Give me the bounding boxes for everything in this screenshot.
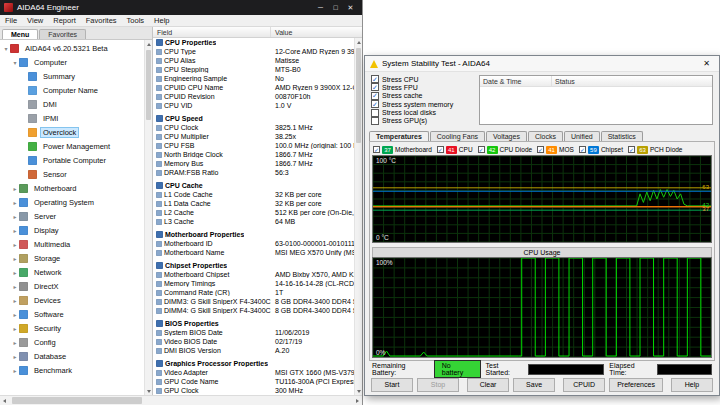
list-row-command-rate-cr[interactable]: Command Rate (CR)1T bbox=[153, 288, 354, 297]
list-row-l1-code-cache[interactable]: L1 Code Cache32 KB per core bbox=[153, 190, 354, 199]
maximize-button[interactable]: □ bbox=[328, 2, 343, 14]
list-row-motherboard-chipset[interactable]: Motherboard ChipsetAMD Bixby X570, AMD K… bbox=[153, 270, 354, 279]
tree-item-directx[interactable]: ▸DirectX bbox=[0, 279, 144, 293]
tree-scrollbar-thumb[interactable] bbox=[146, 50, 151, 120]
list-row-system-bios-date[interactable]: System BIOS Date11/06/2019 bbox=[153, 328, 354, 337]
checkbox-icon[interactable] bbox=[628, 146, 635, 153]
tree-item-config[interactable]: ▸Config bbox=[0, 335, 144, 349]
list-row-north-bridge-clock[interactable]: North Bridge Clock1866.7 MHz bbox=[153, 150, 354, 159]
menu-item-file[interactable]: File bbox=[0, 16, 22, 25]
list-row-dimm4-g-skill-sniperx-f4-3400c16-8gsxw[interactable]: DIMM4: G Skill SniperX F4-3400C16-8GSXW8… bbox=[153, 306, 354, 315]
list-row-cpu-multiplier[interactable]: CPU Multiplier38.25x bbox=[153, 132, 354, 141]
menu-item-help[interactable]: Help bbox=[149, 16, 174, 25]
start-button[interactable]: Start bbox=[371, 378, 413, 392]
scroll-down-icon[interactable] bbox=[145, 387, 152, 395]
legend-mos[interactable]: 41MOS bbox=[537, 146, 574, 154]
page-tab-menu[interactable]: Menu bbox=[2, 29, 38, 39]
tree-item-dmi[interactable]: DMI bbox=[0, 97, 144, 111]
tree-item-server[interactable]: ▸Server bbox=[0, 209, 144, 223]
tree-item-power-management[interactable]: Power Management bbox=[0, 139, 144, 153]
checkbox-icon[interactable] bbox=[371, 83, 379, 91]
list-row-cpu-clock[interactable]: CPU Clock3825.1 MHz bbox=[153, 123, 354, 132]
tree-item-sensor[interactable]: Sensor bbox=[0, 167, 144, 181]
list-scrollbar-thumb[interactable] bbox=[356, 48, 361, 143]
list-row-cpuid-revision[interactable]: CPUID Revision00870F10h bbox=[153, 92, 354, 101]
list-row-cpu-fsb[interactable]: CPU FSB100.0 MHz (original: 100 MHz) bbox=[153, 141, 354, 150]
horizontal-scrollbar[interactable] bbox=[0, 395, 362, 405]
checkbox-icon[interactable] bbox=[371, 117, 379, 125]
menu-item-report[interactable]: Report bbox=[48, 16, 81, 25]
clear-button[interactable]: Clear bbox=[467, 378, 509, 392]
checkbox-icon[interactable] bbox=[373, 146, 380, 153]
checkbox-icon[interactable] bbox=[478, 146, 485, 153]
list-row-cpuid-cpu-name[interactable]: CPUID CPU NameAMD Ryzen 9 3900X 12-Core … bbox=[153, 83, 354, 92]
tree-item-software[interactable]: ▸Software bbox=[0, 307, 144, 321]
stress-option-stress-cpu[interactable]: Stress CPU bbox=[371, 75, 473, 83]
save-button[interactable]: Save bbox=[513, 378, 555, 392]
scroll-up-icon[interactable] bbox=[355, 38, 362, 46]
checkbox-icon[interactable] bbox=[537, 146, 544, 153]
tree-item-security[interactable]: ▸Security bbox=[0, 321, 144, 335]
tree-item-ipmi[interactable]: IPMI bbox=[0, 111, 144, 125]
stress-option-stress-cache[interactable]: Stress cache bbox=[371, 92, 473, 100]
tree-item-summary[interactable]: Summary bbox=[0, 69, 144, 83]
stress-option-stress-system-memory[interactable]: Stress system memory bbox=[371, 100, 473, 108]
stress-option-stress-fpu[interactable]: Stress FPU bbox=[371, 83, 473, 91]
list-row-cpu-stepping[interactable]: CPU SteppingMTS-B0 bbox=[153, 65, 354, 74]
log-column-datetime[interactable]: Date & Time bbox=[480, 76, 552, 86]
list-scrollbar[interactable] bbox=[354, 38, 362, 395]
legend-chipset[interactable]: 59Chipset bbox=[579, 146, 623, 154]
tree-item-computer-name[interactable]: Computer Name bbox=[0, 83, 144, 97]
checkbox-icon[interactable] bbox=[579, 146, 586, 153]
list-row-memory-timings[interactable]: Memory Timings14-16-16-14-28 (CL-RCD-RP-… bbox=[153, 279, 354, 288]
stress-option-stress-local-disks[interactable]: Stress local disks bbox=[371, 109, 473, 117]
list-row-gpu-code-name[interactable]: GPU Code NameTU116-300A (PCI Express 3.0… bbox=[153, 377, 354, 386]
list-row-l3-cache[interactable]: L3 Cache64 MB bbox=[153, 217, 354, 226]
tab-clocks[interactable]: Clocks bbox=[528, 131, 563, 141]
tree-item-multimedia[interactable]: ▸Multimedia bbox=[0, 237, 144, 251]
tab-cooling-fans[interactable]: Cooling Fans bbox=[430, 131, 485, 141]
help-button[interactable]: Help bbox=[671, 378, 713, 392]
menu-item-tools[interactable]: Tools bbox=[122, 16, 150, 25]
tree-item-portable-computer[interactable]: Portable Computer bbox=[0, 153, 144, 167]
checkbox-icon[interactable] bbox=[437, 146, 444, 153]
tree-item-computer[interactable]: ▾Computer bbox=[0, 55, 144, 69]
list-row-engineering-sample[interactable]: Engineering SampleNo bbox=[153, 74, 354, 83]
scroll-left-icon[interactable] bbox=[0, 396, 9, 405]
log-column-status[interactable]: Status bbox=[552, 76, 712, 86]
close-icon[interactable]: ✕ bbox=[699, 59, 714, 68]
preferences-button[interactable]: Preferences bbox=[609, 378, 663, 392]
tree-item-network[interactable]: ▸Network bbox=[0, 265, 144, 279]
close-button[interactable]: ✕ bbox=[343, 2, 358, 14]
tab-unified[interactable]: Unified bbox=[564, 131, 600, 141]
menu-item-view[interactable]: View bbox=[22, 16, 48, 25]
list-row-memory-bus[interactable]: Memory Bus1866.7 MHz bbox=[153, 159, 354, 168]
tab-voltages[interactable]: Voltages bbox=[486, 131, 527, 141]
checkbox-icon[interactable] bbox=[371, 75, 379, 83]
dialog-title-bar[interactable]: System Stability Test - AIDA64 ✕ bbox=[365, 56, 719, 72]
scroll-up-icon[interactable] bbox=[145, 40, 152, 48]
tree-item-motherboard[interactable]: ▸Motherboard bbox=[0, 181, 144, 195]
legend-cpu[interactable]: 41CPU bbox=[437, 146, 473, 154]
minimize-button[interactable]: ─ bbox=[313, 2, 328, 14]
tree-item-operating-system[interactable]: ▸Operating System bbox=[0, 195, 144, 209]
list-row-motherboard-name[interactable]: Motherboard NameMSI MEG X570 Unify (MS-7… bbox=[153, 248, 354, 257]
cpuid-button[interactable]: CPUID bbox=[563, 378, 605, 392]
tree-item-overclock[interactable]: Overclock bbox=[0, 125, 144, 139]
stress-option-stress-gpu-s[interactable]: Stress GPU(s) bbox=[371, 117, 473, 125]
tree-item-aida64-v6-20-5321-beta[interactable]: ▾AIDA64 v6.20.5321 Beta bbox=[0, 41, 144, 55]
list-row-dram-fsb-ratio[interactable]: DRAM:FSB Ratio56:3 bbox=[153, 168, 354, 177]
tab-statistics[interactable]: Statistics bbox=[601, 131, 643, 141]
legend-pch-diode[interactable]: 63PCH Diode bbox=[628, 146, 683, 154]
horizontal-scrollbar-thumb[interactable] bbox=[12, 397, 142, 404]
list-row-gpu-clock[interactable]: GPU Clock300 MHz bbox=[153, 386, 354, 395]
list-row-cpu-type[interactable]: CPU Type12-Core AMD Ryzen 9 3900X bbox=[153, 47, 354, 56]
legend-motherboard[interactable]: 37Motherboard bbox=[373, 146, 432, 154]
list-row-cpu-vid[interactable]: CPU VID1.0 V bbox=[153, 101, 354, 110]
tree-scrollbar[interactable] bbox=[144, 40, 152, 395]
tree-item-devices[interactable]: ▸Devices bbox=[0, 293, 144, 307]
tree-item-benchmark[interactable]: ▸Benchmark bbox=[0, 363, 144, 377]
list-row-video-adapter[interactable]: Video AdapterMSI GTX 1660 (MS-V379) bbox=[153, 368, 354, 377]
list-row-motherboard-id[interactable]: Motherboard ID63-0100-000001-00101111-02… bbox=[153, 239, 354, 248]
legend-cpu-diode[interactable]: 42CPU Diode bbox=[478, 146, 533, 154]
